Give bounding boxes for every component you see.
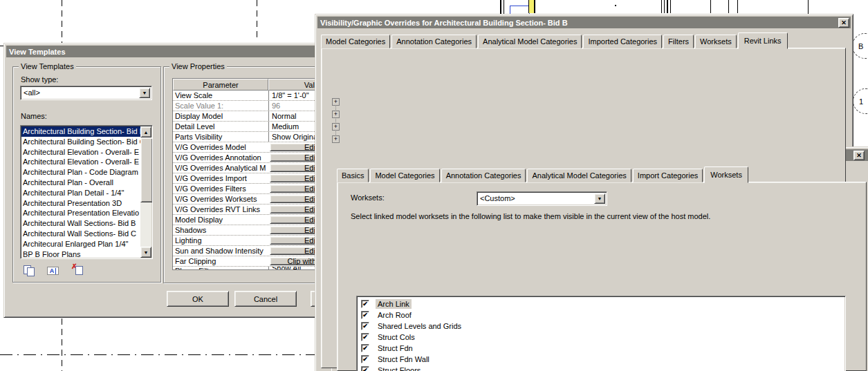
- workset-label: Arch Roof: [376, 310, 414, 320]
- workset-checkbox[interactable]: ✔: [361, 311, 369, 319]
- names-list: Architectural Building Section- Bid BArc…: [21, 126, 140, 258]
- scrollbar-thumb[interactable]: [140, 137, 153, 202]
- visibility-dialog-titlebar[interactable]: Visibility/Graphic Overrides for Archite…: [317, 17, 851, 28]
- scrollbar[interactable]: ▲ ▼: [140, 126, 151, 258]
- workset-label: Struct Cols: [376, 332, 417, 342]
- property-name: Far Clipping: [173, 257, 268, 265]
- view-templates-titlebar[interactable]: View Templates: [6, 46, 362, 57]
- workset-checkbox[interactable]: ✔: [361, 366, 369, 371]
- tab-model-categories[interactable]: Model Categories: [321, 35, 390, 48]
- template-name-item[interactable]: Architectural Plan - Overall: [21, 178, 140, 188]
- workset-item[interactable]: ✔Arch Roof: [357, 310, 845, 321]
- wall-highlight: [528, 0, 535, 13]
- template-name-item[interactable]: BP B Floor Plans: [21, 249, 140, 258]
- detail-bubble-label: 1: [859, 97, 863, 106]
- template-name-item[interactable]: Architectural Plan - Code Diagram: [21, 167, 140, 178]
- workset-label: Struct Fdn Wall: [376, 354, 432, 364]
- cancel-button[interactable]: Cancel: [234, 291, 297, 307]
- workset-label: Struct Fdn: [376, 343, 415, 353]
- show-type-dropdown[interactable]: <all> ▼: [20, 86, 152, 100]
- rename-icon[interactable]: A: [47, 265, 61, 277]
- template-name-item[interactable]: Architectural Wall Sections- Bid B: [21, 218, 140, 229]
- scroll-up-icon[interactable]: ▲: [140, 126, 151, 137]
- template-name-item[interactable]: Architectural Presentation Elevatio: [21, 208, 140, 218]
- property-name: Phase Filter: [173, 267, 268, 269]
- dropdown-arrow-icon[interactable]: ▼: [139, 88, 150, 98]
- drawing-line: [504, 0, 504, 14]
- drawing-dot: [615, 5, 616, 6]
- close-icon[interactable]: ✕: [838, 18, 849, 28]
- tab-filters[interactable]: Filters: [663, 35, 694, 48]
- duplicate-icon[interactable]: [23, 265, 37, 277]
- worksets-dropdown[interactable]: <Custom> ▼: [477, 191, 607, 206]
- expand-icon[interactable]: +: [332, 123, 340, 131]
- workset-item[interactable]: ✔Shared Levels and Grids: [357, 321, 845, 332]
- template-name-item[interactable]: Architectural Building Section- Bid C: [21, 137, 140, 147]
- tab-import-categories[interactable]: Import Categories: [633, 169, 703, 182]
- workset-item[interactable]: ✔Arch Link: [357, 298, 845, 310]
- worksets-listbox[interactable]: ✔Arch Link✔Arch Roof✔Shared Levels and G…: [356, 296, 846, 371]
- names-listbox[interactable]: Architectural Building Section- Bid BArc…: [20, 125, 153, 259]
- drawing-line: [664, 0, 665, 13]
- tab-imported-categories[interactable]: Imported Categories: [583, 35, 662, 48]
- template-name-item[interactable]: Architectural Presentation 3D: [21, 198, 140, 209]
- workset-label: Arch Link: [376, 299, 412, 309]
- ok-button[interactable]: OK: [167, 291, 229, 307]
- property-name: Scale Value 1:: [173, 102, 268, 110]
- expand-icon[interactable]: +: [332, 111, 340, 118]
- delete-icon[interactable]: ✗: [71, 265, 85, 277]
- delete-mark: ✗: [71, 263, 77, 270]
- rvt-tab-panel: Worksets: <Custom> ▼ Select linked model…: [337, 182, 867, 371]
- property-name: Display Model: [173, 112, 268, 120]
- workset-checkbox[interactable]: ✔: [361, 300, 369, 308]
- template-name-item[interactable]: Architectural Elevation - Overall- E: [21, 157, 140, 167]
- tab-analytical-model-categories[interactable]: Analytical Model Categories: [478, 35, 582, 48]
- tab-worksets[interactable]: Worksets: [695, 35, 737, 48]
- view-templates-dialog: View Templates View Templates Show type:…: [3, 43, 364, 318]
- template-name-item[interactable]: Architectural Plan Detail - 1/4": [21, 188, 140, 198]
- template-name-item[interactable]: Architectural Building Section- Bid B: [21, 126, 140, 137]
- dialog-title: View Templates: [9, 48, 66, 56]
- workset-label: Shared Levels and Grids: [376, 321, 463, 331]
- instruction-text: Select linked model worksets in the foll…: [351, 212, 710, 220]
- template-name-item[interactable]: Architectural Elevation - Overall- E: [21, 147, 140, 158]
- group-label: View Templates: [19, 62, 76, 70]
- show-type-label: Show type:: [21, 75, 58, 84]
- group-label: View Properties: [169, 62, 227, 70]
- grid-dashed-line: [257, 0, 257, 41]
- property-name: Detail Level: [173, 122, 268, 131]
- close-icon[interactable]: ✕: [853, 151, 865, 160]
- tab-model-categories[interactable]: Model Categories: [370, 169, 439, 182]
- grid-dashed-line: [62, 0, 62, 43]
- drawing-line: [710, 0, 711, 13]
- workset-item[interactable]: ✔Struct Floors: [357, 365, 845, 371]
- tab-annotation-categories[interactable]: Annotation Categories: [441, 169, 526, 182]
- property-name: V/G Overrides Analytical M: [173, 164, 268, 172]
- dropdown-arrow-icon[interactable]: ▼: [594, 193, 605, 204]
- property-name: Lighting: [173, 236, 268, 245]
- tab-basics[interactable]: Basics: [337, 169, 369, 182]
- workset-checkbox[interactable]: ✔: [361, 333, 369, 341]
- template-name-item[interactable]: Architectural Wall Sections- Bid C: [21, 229, 140, 239]
- tab-revit-links[interactable]: Revit Links: [738, 32, 788, 49]
- workset-checkbox[interactable]: ✔: [361, 355, 369, 363]
- tab-worksets[interactable]: Worksets: [704, 167, 748, 183]
- template-name-item[interactable]: Architecural Enlarged Plan 1/4": [21, 239, 140, 249]
- cancel-button-label: Cancel: [254, 295, 277, 303]
- workset-checkbox[interactable]: ✔: [361, 344, 369, 352]
- drawing-line: [667, 0, 668, 13]
- property-name: View Scale: [173, 91, 268, 99]
- tab-annotation-categories[interactable]: Annotation Categories: [391, 35, 477, 48]
- workset-item[interactable]: ✔Struct Fdn Wall: [357, 354, 845, 365]
- drawing-line: [500, 0, 501, 14]
- expand-icon[interactable]: +: [332, 135, 340, 143]
- workset-checkbox[interactable]: ✔: [361, 322, 369, 330]
- workset-item[interactable]: ✔Struct Fdn: [357, 343, 845, 354]
- tab-analytical-model-categories[interactable]: Analytical Model Categories: [527, 169, 631, 182]
- names-label: Names:: [21, 112, 47, 120]
- expand-icon[interactable]: +: [332, 98, 340, 106]
- scroll-down-icon[interactable]: ▼: [140, 247, 151, 258]
- workset-item[interactable]: ✔Struct Cols: [357, 332, 845, 343]
- drawing-line: [737, 0, 738, 13]
- worksets-value: <Custom>: [480, 194, 515, 202]
